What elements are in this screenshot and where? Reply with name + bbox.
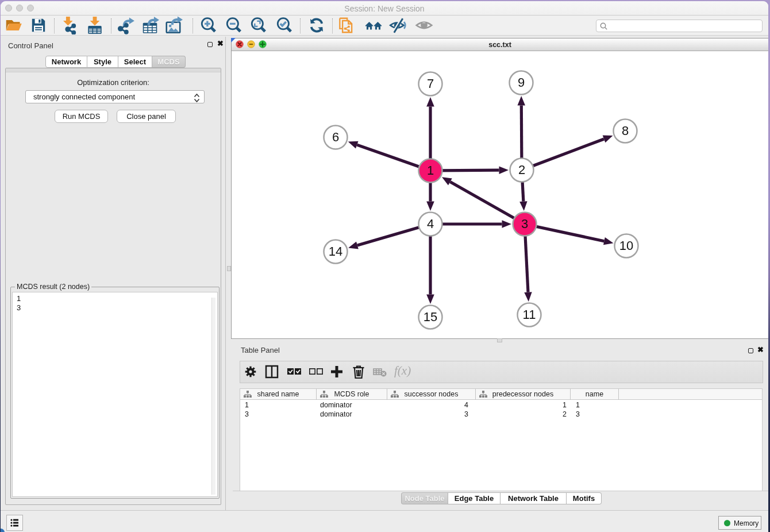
svg-text:2: 2 (518, 163, 525, 177)
svg-text:3: 3 (521, 217, 528, 231)
svg-text:9: 9 (518, 75, 525, 90)
svg-text:8: 8 (622, 124, 629, 138)
svg-text:11: 11 (523, 307, 536, 322)
svg-text:14: 14 (329, 244, 342, 259)
svg-text:7: 7 (427, 76, 434, 91)
svg-text:6: 6 (332, 130, 339, 144)
svg-text:4: 4 (427, 217, 434, 231)
svg-text:15: 15 (424, 310, 437, 324)
svg-text:10: 10 (619, 238, 633, 253)
svg-text:1: 1 (427, 163, 434, 178)
